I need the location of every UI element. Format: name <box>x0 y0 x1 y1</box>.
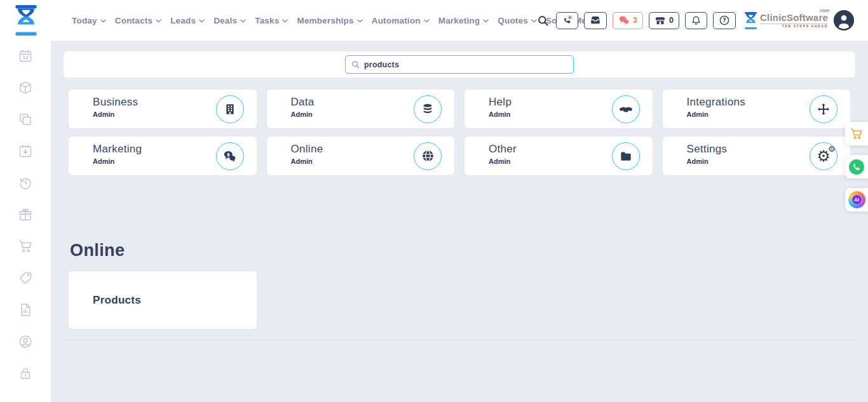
sidebar-cube-icon[interactable] <box>18 80 33 95</box>
top-header: Today Contacts Leads Deals Tasks Members… <box>0 0 868 41</box>
comments-icon <box>618 15 630 25</box>
chevron-down-icon <box>156 19 161 23</box>
avatar[interactable] <box>834 10 854 30</box>
brand-com: .com <box>819 8 829 13</box>
search-icon <box>351 60 360 69</box>
sidebar-gift-icon[interactable] <box>18 207 33 222</box>
search-icon <box>537 15 549 27</box>
sidebar-copy-pages-icon[interactable] <box>18 112 33 127</box>
messages-button[interactable]: 3 <box>613 12 643 29</box>
svg-text:?: ? <box>723 17 726 23</box>
chevron-down-icon <box>424 19 430 23</box>
bell-icon <box>691 15 702 26</box>
cart-float-button[interactable] <box>845 122 868 145</box>
notifications-button[interactable] <box>685 12 707 29</box>
nav-label: Tasks <box>255 16 279 25</box>
card-products[interactable]: Products <box>69 271 257 329</box>
sidebar-file-chart-icon[interactable] <box>18 302 33 318</box>
help-button[interactable]: ? <box>713 12 736 29</box>
sidebar-calendar-12-icon[interactable]: 12 <box>18 48 33 64</box>
sidebar: 12 <box>0 41 51 402</box>
brand-name: ClinicSoftware <box>760 12 828 23</box>
whatsapp-icon <box>848 159 865 175</box>
nav-label: Deals <box>214 16 237 25</box>
nav-item-tasks[interactable]: Tasks <box>255 16 288 25</box>
card-help[interactable]: Help Admin <box>465 90 653 128</box>
sidebar-cart-icon[interactable] <box>18 239 33 254</box>
sidebar-tags-icon[interactable] <box>18 271 33 286</box>
main-nav: Today Contacts Leads Deals Tasks Members… <box>72 0 599 41</box>
whatsapp-float-button[interactable] <box>845 155 868 178</box>
sidebar-lock-icon[interactable] <box>18 366 33 381</box>
search-box[interactable] <box>345 55 574 74</box>
nav-item-deals[interactable]: Deals <box>214 16 246 25</box>
gears-icon: ⚙⚙ <box>817 149 831 164</box>
nav-label: Memberships <box>297 16 353 25</box>
sidebar-history-icon[interactable] <box>18 175 33 191</box>
chevron-down-icon <box>357 19 363 23</box>
nav-label: Leads <box>170 16 196 25</box>
move-arrows-icon <box>817 103 830 116</box>
nav-item-today[interactable]: Today <box>72 16 106 25</box>
card-data[interactable]: Data Admin <box>267 90 455 128</box>
brand-tagline: TEN STEPS AHEAD <box>760 23 828 28</box>
messages-badge: 3 <box>633 16 637 25</box>
nav-item-contacts[interactable]: Contacts <box>115 16 161 25</box>
divider <box>64 340 855 340</box>
nav-item-quotes[interactable]: Quotes <box>498 16 537 25</box>
ai-assistant-float-button[interactable]: AI <box>845 188 868 211</box>
nav-item-leads[interactable]: Leads <box>170 16 205 25</box>
search-input[interactable] <box>364 60 567 69</box>
search-bar-card <box>64 51 855 77</box>
chevron-down-icon <box>240 19 246 23</box>
building-icon <box>224 103 236 116</box>
nav-label: Marketing <box>438 16 480 25</box>
nav-item-automation[interactable]: Automation <box>372 16 430 25</box>
ai-icon: AI <box>848 191 865 208</box>
app-logo[interactable] <box>14 5 38 38</box>
hourglass-logo-icon <box>744 12 757 29</box>
phone-button[interactable] <box>556 12 578 29</box>
search-button[interactable] <box>536 15 550 27</box>
nav-label: Quotes <box>498 16 528 25</box>
svg-text:$: $ <box>227 151 230 157</box>
category-grid: Business Admin Data Admin Help Admin Int… <box>69 90 850 175</box>
inbox-icon <box>590 15 601 26</box>
svg-text:12: 12 <box>22 55 29 60</box>
sidebar-user-circle-icon[interactable] <box>18 334 33 349</box>
store-button[interactable]: 0 <box>649 12 679 29</box>
nav-item-marketing[interactable]: Marketing <box>438 16 489 25</box>
clinicsoftware-logo[interactable]: ClinicSoftware .com TEN STEPS AHEAD <box>744 12 828 29</box>
cart-icon <box>850 127 864 141</box>
brand-text: ClinicSoftware .com TEN STEPS AHEAD <box>760 13 828 28</box>
card-business[interactable]: Business Admin <box>69 90 257 128</box>
chevron-down-icon <box>483 19 489 23</box>
comments-dollar-icon: $ <box>223 150 236 163</box>
folder-icon <box>620 150 632 163</box>
main-content: Business Admin Data Admin Help Admin Int… <box>51 41 868 402</box>
user-icon <box>834 10 854 30</box>
chevron-down-icon <box>282 19 288 23</box>
card-online[interactable]: Online Admin <box>267 137 455 175</box>
inbox-button[interactable] <box>584 12 607 29</box>
card-marketing[interactable]: Marketing Admin $ <box>69 137 257 175</box>
result-label: Products <box>93 294 141 307</box>
nav-item-memberships[interactable]: Memberships <box>297 16 362 25</box>
card-other[interactable]: Other Admin <box>465 137 653 175</box>
card-settings[interactable]: Settings Admin ⚙⚙ <box>663 137 851 175</box>
header-actions: 3 0 ? ClinicSoftware .com TEN STEPS <box>536 0 854 41</box>
store-icon <box>654 15 666 26</box>
card-integrations[interactable]: Integrations Admin <box>663 90 851 128</box>
database-icon <box>421 103 434 116</box>
globe-icon <box>421 149 435 163</box>
ai-label: AI <box>851 194 862 205</box>
handshake-icon <box>619 102 633 116</box>
orders-badge: 0 <box>669 16 674 25</box>
chevron-down-icon <box>100 19 106 23</box>
section-title: Online <box>70 241 125 260</box>
hourglass-logo-icon <box>14 5 38 36</box>
phone-volume-icon <box>562 15 573 26</box>
question-circle-icon: ? <box>719 15 730 26</box>
sidebar-calendar-import-icon[interactable] <box>18 144 33 159</box>
chevron-down-icon <box>199 19 205 23</box>
